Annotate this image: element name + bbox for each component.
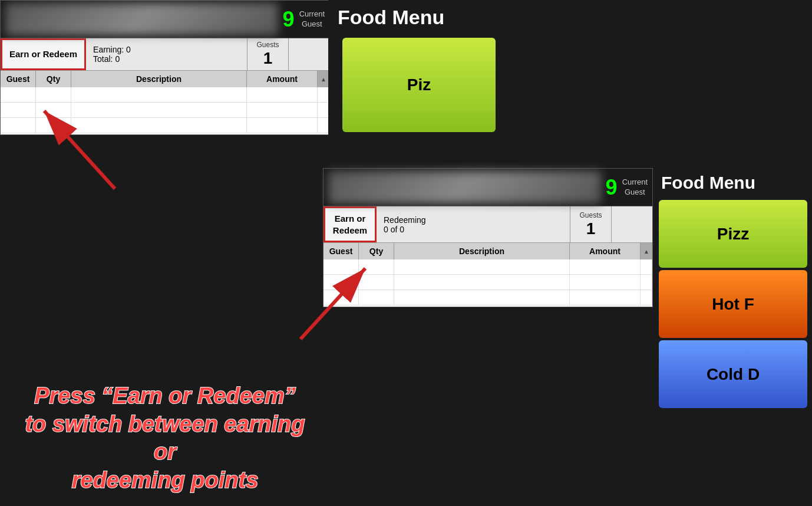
earn-redeem-row-top: Earn or Redeem Earning: 0 Total: 0 Guest…: [1, 38, 329, 70]
col-header-amount-top: Amount: [247, 71, 318, 87]
earn-redeem-button-bottom[interactable]: Earn orRedeem: [324, 206, 377, 242]
hot-button-bottom[interactable]: Hot F: [659, 270, 807, 338]
blurred-logo-bottom: [328, 171, 601, 203]
guest-number-top: 9: [283, 9, 295, 30]
col-header-guest-top: Guest: [1, 71, 36, 87]
table-header-top: Guest Qty Description Amount ▲: [1, 70, 329, 87]
table-row: [1, 103, 329, 118]
table-body-bottom: [324, 259, 652, 307]
redeeming-info-bottom: Redeeming 0 of 0: [377, 206, 570, 242]
col-header-desc-bottom: Description: [394, 243, 570, 259]
scroll-up-bottom[interactable]: ▲: [641, 243, 652, 259]
instruction-line-3: redeeming points: [18, 466, 312, 495]
cold-button-bottom[interactable]: Cold D: [659, 340, 807, 408]
scroll-up-top[interactable]: ▲: [318, 71, 329, 87]
current-guest-label-bottom: Current Guest: [622, 178, 648, 198]
guests-box-top: Guests 1: [247, 38, 288, 70]
earning-info-top: Earning: 0 Total: 0: [86, 38, 247, 70]
table-row: [324, 259, 652, 275]
table-header-bottom: Guest Qty Description Amount ▲: [324, 242, 652, 259]
col-header-desc-top: Description: [71, 71, 247, 87]
pizza-button-top[interactable]: Piz: [342, 38, 496, 132]
food-menu-top: Food Menu Piz: [328, 0, 812, 165]
current-guest-box-top: [288, 38, 329, 70]
top-panel-header: 9 Current Guest: [1, 1, 329, 38]
top-left-panel: 9 Current Guest Earn or Redeem Earning: …: [0, 0, 330, 135]
food-menu-bottom: Food Menu Pizz Hot F Cold D: [654, 168, 812, 506]
instruction-block: Press “Earn or Redeem” to switch between…: [18, 382, 312, 494]
table-row: [1, 118, 329, 133]
instruction-line-2: to switch between earning or: [18, 410, 312, 466]
food-menu-title-bottom: Food Menu: [654, 168, 812, 198]
table-body-top: [1, 87, 329, 134]
bottom-panel-header: 9 Current Guest: [324, 169, 652, 206]
col-header-qty-bottom: Qty: [359, 243, 394, 259]
pizza-button-bottom[interactable]: Pizz: [659, 200, 807, 268]
food-menu-title-top: Food Menu: [328, 0, 812, 35]
guests-box-bottom: Guests 1: [570, 206, 611, 242]
guest-number-bottom: 9: [606, 177, 618, 198]
col-header-guest-bottom: Guest: [324, 243, 359, 259]
blurred-logo-top: [5, 3, 278, 35]
instruction-line-1: Press “Earn or Redeem”: [18, 382, 312, 410]
col-header-amount-bottom: Amount: [570, 243, 641, 259]
bottom-panel: 9 Current Guest Earn orRedeem Redeeming …: [323, 168, 653, 307]
current-guest-label-top: Current Guest: [299, 9, 325, 29]
table-row: [324, 275, 652, 290]
col-header-qty-top: Qty: [36, 71, 71, 87]
earn-redeem-button-top[interactable]: Earn or Redeem: [1, 38, 86, 70]
table-row: [1, 87, 329, 103]
earn-redeem-row-bottom: Earn orRedeem Redeeming 0 of 0 Guests 1: [324, 206, 652, 242]
current-guest-box-bottom: [611, 206, 652, 242]
table-row: [324, 290, 652, 305]
